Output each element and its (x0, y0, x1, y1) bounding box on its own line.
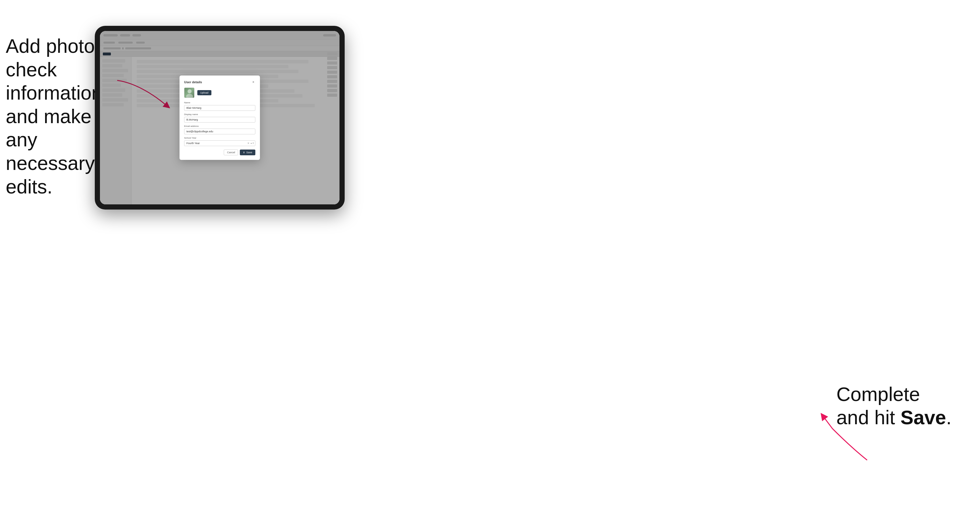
select-clear-icon[interactable]: ✕ (247, 142, 250, 144)
school-year-label: School Year (184, 137, 255, 139)
svg-point-1 (186, 94, 193, 98)
user-photo-thumbnail (184, 87, 194, 98)
school-year-select[interactable]: Fourth Year First Year Second Year Third… (184, 140, 255, 146)
email-label: Email address (184, 125, 255, 127)
email-input[interactable] (184, 129, 255, 134)
tablet-device: User details × Upload (95, 26, 345, 210)
modal-title-bar: User details × (184, 80, 255, 84)
person-silhouette (185, 88, 194, 98)
save-button[interactable]: ⬆ Save (240, 149, 255, 155)
modal-overlay: User details × Upload (100, 31, 339, 204)
user-details-modal: User details × Upload (180, 76, 260, 160)
save-icon: ⬆ (243, 151, 245, 154)
modal-title: User details (184, 80, 202, 84)
modal-footer: Cancel ⬆ Save (184, 149, 255, 155)
name-field-group: Name (184, 101, 255, 111)
user-photo-image (185, 88, 194, 98)
school-year-field-group: School Year Fourth Year First Year Secon… (184, 137, 255, 146)
display-name-input[interactable] (184, 117, 255, 122)
modal-close-button[interactable]: × (251, 80, 255, 84)
svg-point-0 (188, 89, 192, 93)
annotation-right: Complete and hit Save. (837, 383, 957, 429)
cancel-button[interactable]: Cancel (224, 149, 238, 155)
display-name-label: Display name (184, 113, 255, 116)
name-input[interactable] (184, 105, 255, 111)
name-label: Name (184, 101, 255, 104)
upload-photo-button[interactable]: Upload (197, 90, 212, 95)
tablet-screen: User details × Upload (100, 31, 339, 204)
photo-upload-row: Upload (184, 87, 255, 98)
email-field-group: Email address (184, 125, 255, 134)
school-year-select-wrapper: Fourth Year First Year Second Year Third… (184, 140, 255, 146)
display-name-field-group: Display name (184, 113, 255, 122)
